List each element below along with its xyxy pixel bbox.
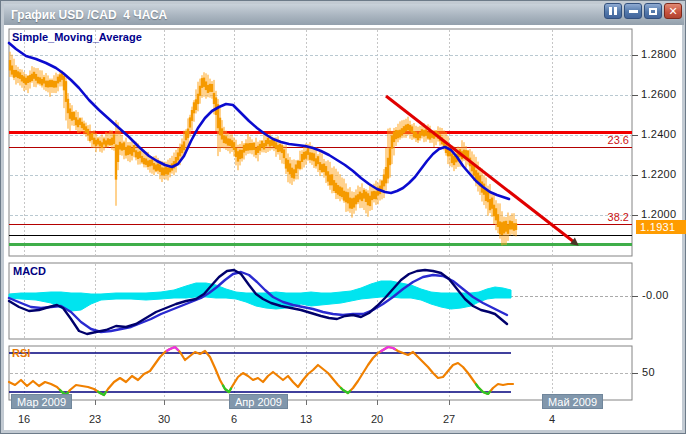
chart-window: График USD /CAD 4 ЧАСА ✕ Simple_Moving_A… <box>0 0 686 434</box>
chart-canvas[interactable] <box>1 1 686 434</box>
